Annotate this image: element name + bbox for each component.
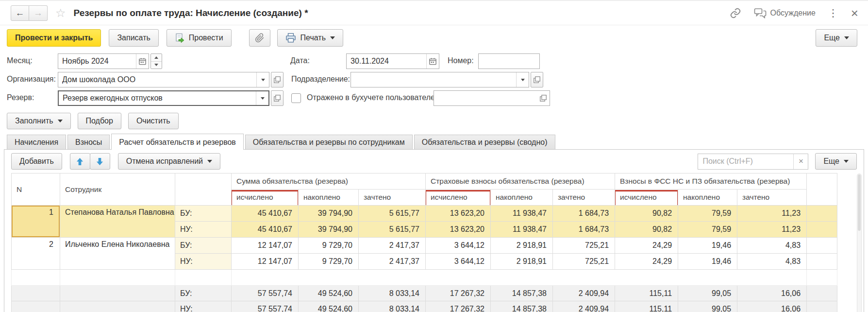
post-and-close-button[interactable]: Провести и закрыть <box>7 29 101 47</box>
date-field[interactable] <box>346 53 439 69</box>
value-cell[interactable]: 9 729,70 <box>299 238 359 254</box>
more-button-grid[interactable]: Еще <box>815 153 857 170</box>
value-cell[interactable]: 39 794,90 <box>299 206 359 222</box>
pick-button[interactable]: Подбор <box>78 113 121 129</box>
employee-cell[interactable]: Ильченко Елена Николаевна <box>60 238 175 270</box>
value-cell[interactable]: 19,46 <box>678 238 737 254</box>
value-cell[interactable]: 5 615,77 <box>359 222 426 238</box>
accounting-type-cell[interactable]: НУ: <box>175 254 232 270</box>
reflected-document-input[interactable] <box>434 94 539 103</box>
value-cell[interactable]: 45 410,67 <box>232 206 299 222</box>
value-cell[interactable]: 4,83 <box>737 238 807 254</box>
row-number-cell[interactable]: 2 <box>12 238 60 270</box>
tab-accruals[interactable]: Начисления <box>7 135 66 149</box>
tab-contributions[interactable]: Взносы <box>67 135 110 149</box>
value-cell[interactable]: 725,21 <box>553 254 615 270</box>
value-cell[interactable]: 79,59 <box>678 222 737 238</box>
reflected-document-field[interactable] <box>434 90 550 106</box>
value-cell[interactable]: 2 918,91 <box>491 238 553 254</box>
value-cell[interactable]: 3 644,12 <box>426 238 491 254</box>
open-icon[interactable] <box>539 94 547 102</box>
step-down-icon[interactable] <box>151 61 162 69</box>
clear-search-icon[interactable]: × <box>793 154 808 169</box>
table-row[interactable]: 2 Ильченко Елена Николаевна БУ: 12 147,0… <box>12 238 837 254</box>
link-icon[interactable] <box>730 7 741 19</box>
favorite-star-icon[interactable]: ☆ <box>55 7 66 19</box>
more-menu-icon[interactable]: ⋮ <box>828 8 838 18</box>
step-up-icon[interactable] <box>151 54 162 61</box>
table-row[interactable]: 1 Степанова Наталья Павловна БУ: 45 410,… <box>12 206 837 222</box>
move-up-button[interactable] <box>70 153 90 170</box>
dropdown-icon[interactable] <box>256 72 269 87</box>
calendar-icon[interactable] <box>426 54 439 69</box>
value-cell[interactable]: 4,83 <box>737 254 807 270</box>
print-button[interactable]: Печать <box>277 29 343 47</box>
value-cell[interactable]: 24,29 <box>615 238 678 254</box>
number-input[interactable] <box>479 54 539 69</box>
value-cell[interactable]: 11,23 <box>737 206 807 222</box>
value-cell[interactable]: 12 147,07 <box>232 254 299 270</box>
clear-button[interactable]: Очистить <box>128 113 179 129</box>
tab-by-employees[interactable]: Обязательства и резервы по сотрудникам <box>245 135 413 149</box>
value-cell[interactable]: 5 615,77 <box>359 206 426 222</box>
value-cell[interactable]: 1 684,73 <box>553 222 615 238</box>
accounting-type-cell[interactable]: НУ: <box>175 222 232 238</box>
vertical-scrollbar[interactable] <box>857 173 862 312</box>
department-input[interactable] <box>351 72 516 87</box>
close-icon[interactable]: × <box>851 7 858 19</box>
discussion-button[interactable]: Обсуждение <box>754 8 816 18</box>
reserve-open-icon[interactable] <box>271 90 284 106</box>
save-button[interactable]: Записать <box>109 29 158 47</box>
accounting-type-cell[interactable]: БУ: <box>175 238 232 254</box>
value-cell[interactable]: 45 410,67 <box>232 222 299 238</box>
attachments-button[interactable] <box>249 29 270 47</box>
dropdown-icon[interactable] <box>516 72 529 87</box>
search-input[interactable] <box>698 154 793 169</box>
reflected-checkbox[interactable] <box>291 93 301 103</box>
month-stepper[interactable] <box>150 53 162 69</box>
employee-cell[interactable]: Степанова Наталья Павловна <box>60 206 175 238</box>
value-cell[interactable]: 11,23 <box>737 222 807 238</box>
value-cell[interactable]: 725,21 <box>553 238 615 254</box>
tab-summary[interactable]: Обязательства и резервы (сводно) <box>414 135 555 149</box>
value-cell[interactable]: 90,82 <box>615 206 678 222</box>
dropdown-icon[interactable] <box>256 91 268 105</box>
row-number-cell[interactable]: 1 <box>12 206 60 238</box>
department-field[interactable] <box>351 72 529 87</box>
organization-field[interactable] <box>58 72 269 87</box>
value-cell[interactable]: 12 147,07 <box>232 238 299 254</box>
value-cell[interactable]: 19,46 <box>678 254 737 270</box>
move-down-button[interactable] <box>90 153 110 170</box>
back-icon[interactable]: ← <box>11 5 29 21</box>
organization-open-icon[interactable] <box>271 72 284 87</box>
post-button[interactable]: Провести <box>167 29 232 47</box>
value-cell[interactable]: 3 644,12 <box>426 254 491 270</box>
scrollbar-thumb[interactable] <box>858 174 861 231</box>
value-cell[interactable]: 24,29 <box>615 254 678 270</box>
organization-input[interactable] <box>58 72 256 87</box>
accounting-type-cell[interactable]: БУ: <box>175 206 232 222</box>
value-cell[interactable]: 13 623,20 <box>426 222 491 238</box>
reserve-input[interactable] <box>59 91 256 105</box>
tab-calculation[interactable]: Расчет обязательств и резервов <box>111 134 244 150</box>
value-cell[interactable]: 1 684,73 <box>553 206 615 222</box>
reserve-field[interactable] <box>58 90 269 106</box>
value-cell[interactable]: 79,59 <box>678 206 737 222</box>
fill-button[interactable]: Заполнить <box>7 113 71 129</box>
value-cell[interactable]: 90,82 <box>615 222 678 238</box>
value-cell[interactable]: 2 417,37 <box>359 238 426 254</box>
value-cell[interactable]: 11 938,47 <box>491 206 553 222</box>
number-field[interactable] <box>478 53 540 69</box>
month-input[interactable] <box>58 54 136 69</box>
date-input[interactable] <box>347 54 426 69</box>
value-cell[interactable]: 39 794,90 <box>299 222 359 238</box>
value-cell[interactable]: 9 729,70 <box>299 254 359 270</box>
department-open-icon[interactable] <box>531 72 543 87</box>
undo-corrections-button[interactable]: Отмена исправлений <box>118 153 220 170</box>
value-cell[interactable]: 2 417,37 <box>359 254 426 270</box>
value-cell[interactable]: 11 938,47 <box>491 222 553 238</box>
value-cell[interactable]: 2 918,91 <box>491 254 553 270</box>
add-row-button[interactable]: Добавить <box>11 153 62 170</box>
forward-icon[interactable]: → <box>29 5 48 21</box>
more-button-top[interactable]: Еще <box>816 29 857 47</box>
